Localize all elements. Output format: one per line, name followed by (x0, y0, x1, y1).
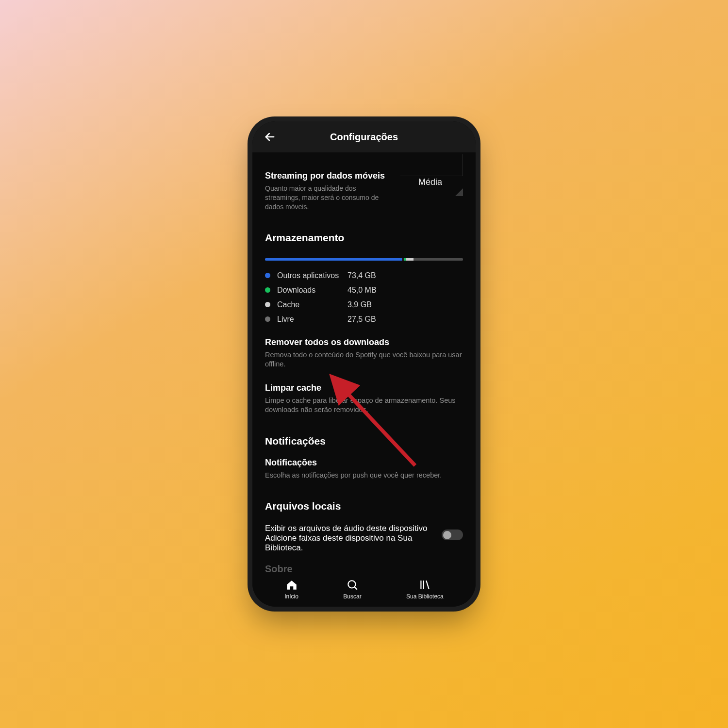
library-icon (418, 579, 431, 591)
svg-point-0 (348, 580, 355, 588)
setting-streaming-quality[interactable]: Streaming por dados móveis Quanto maior … (265, 171, 463, 212)
section-about: Sobre (265, 563, 463, 572)
item-description: Limpe o cache para liberar espaço de arm… (265, 396, 463, 415)
legend-dot (265, 287, 270, 293)
local-files-toggle[interactable] (442, 529, 463, 540)
legend-row: Livre 27,5 GB (265, 315, 463, 324)
item-title: Limpar cache (265, 383, 463, 393)
quality-dropdown[interactable]: Média (397, 168, 463, 196)
item-description: Adicione faixas deste dispositivo na Sua… (265, 533, 429, 553)
storage-bar-free (414, 258, 463, 261)
legend-value: 73,4 GB (347, 271, 376, 280)
home-icon (285, 579, 298, 591)
svg-line-4 (427, 580, 429, 589)
app-header: Configurações (252, 121, 476, 152)
bottom-nav: Início Buscar Sua Biblioteca (252, 572, 476, 607)
nav-label: Sua Biblioteca (406, 593, 444, 600)
legend-name: Livre (277, 315, 347, 324)
section-local-files: Arquivos locais (265, 500, 463, 512)
page-title: Configurações (330, 132, 398, 143)
storage-legend: Outros aplicativos 73,4 GB Downloads 45,… (265, 271, 463, 324)
svg-line-1 (354, 587, 357, 589)
setting-description: Quanto maior a qualidade dos streamings,… (265, 184, 390, 212)
nav-home[interactable]: Início (284, 579, 298, 600)
legend-name: Outros aplicativos (277, 271, 347, 280)
local-files-toggle-row: Exibir os arquivos de áudio deste dispos… (265, 524, 463, 553)
setting-title: Streaming por dados móveis (265, 171, 390, 181)
legend-row: Downloads 45,0 MB (265, 286, 463, 295)
legend-name: Downloads (277, 286, 347, 295)
quality-value: Média (418, 177, 442, 187)
item-description: Remova todo o conteúdo do Spotify que vo… (265, 350, 463, 369)
storage-bar-cache (406, 258, 414, 261)
legend-dot (265, 302, 270, 307)
clear-cache-button[interactable]: Limpar cache Limpe o cache para liberar … (265, 383, 463, 415)
arrow-left-icon (263, 130, 277, 144)
legend-value: 27,5 GB (347, 315, 376, 324)
item-title: Exibir os arquivos de áudio deste dispos… (265, 524, 429, 533)
legend-value: 45,0 MB (347, 286, 377, 295)
legend-dot (265, 316, 270, 322)
item-description: Escolha as notificações por push que voc… (265, 471, 463, 480)
settings-body: Streaming por dados móveis Quanto maior … (252, 152, 476, 572)
section-notifications: Notificações (265, 435, 463, 447)
back-button[interactable] (263, 130, 277, 144)
nav-library[interactable]: Sua Biblioteca (406, 579, 444, 600)
item-title: Remover todos os downloads (265, 337, 463, 347)
legend-value: 3,9 GB (347, 300, 372, 309)
item-title: Notificações (265, 458, 463, 468)
remove-downloads-button[interactable]: Remover todos os downloads Remova todo o… (265, 337, 463, 369)
legend-row: Outros aplicativos 73,4 GB (265, 271, 463, 280)
storage-bar-other-apps (265, 258, 402, 261)
legend-name: Cache (277, 300, 347, 309)
nav-label: Início (284, 593, 298, 600)
phone-frame: Configurações Streaming por dados móveis… (248, 116, 480, 612)
storage-bar (265, 258, 463, 261)
nav-search[interactable]: Buscar (343, 579, 361, 600)
search-icon (346, 579, 359, 591)
notifications-settings-button[interactable]: Notificações Escolha as notificações por… (265, 458, 463, 480)
nav-label: Buscar (343, 593, 361, 600)
section-storage: Armazenamento (265, 232, 463, 244)
app-screen: Configurações Streaming por dados móveis… (252, 121, 476, 607)
legend-row: Cache 3,9 GB (265, 300, 463, 309)
legend-dot (265, 273, 270, 278)
